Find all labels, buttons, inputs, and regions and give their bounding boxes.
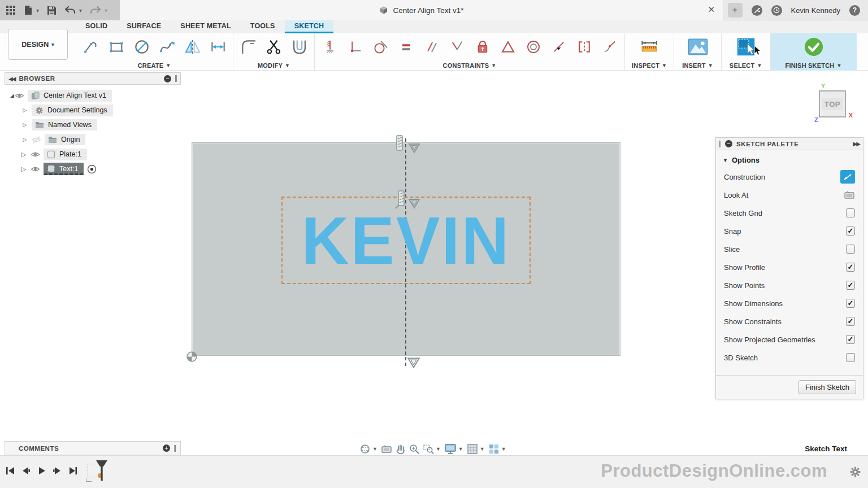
tab-surface[interactable]: SURFACE — [117, 20, 171, 33]
tab-sketch[interactable]: SKETCH — [285, 20, 334, 33]
look-at-button[interactable] — [844, 190, 855, 199]
redo-caret-icon[interactable]: ▾ — [105, 7, 107, 14]
comments-panel[interactable]: COMMENTS + — [5, 441, 181, 455]
tab-tools[interactable]: TOOLS — [241, 20, 285, 33]
insert-image-icon[interactable] — [685, 34, 710, 60]
show-profile-checkbox[interactable] — [846, 263, 855, 272]
measure-tool-icon[interactable] — [637, 34, 662, 60]
midpoint-constraint-icon[interactable] — [495, 34, 520, 60]
user-name[interactable]: Kevin Kennedy — [791, 6, 840, 15]
viewports-icon[interactable] — [488, 443, 500, 455]
activate-component-radio[interactable] — [87, 164, 97, 174]
3d-sketch-checkbox[interactable] — [846, 353, 855, 362]
finish-sketch-dropdown[interactable]: FINISH SKETCH▼ — [785, 60, 842, 71]
new-tab-button[interactable]: + — [728, 3, 743, 18]
construction-toggle-button[interactable] — [840, 170, 855, 184]
panel-minimize-icon[interactable]: − — [164, 75, 171, 82]
timeline-playhead[interactable] — [95, 459, 108, 482]
trim-tool-icon[interactable] — [261, 34, 287, 60]
mirror-tool-icon[interactable] — [180, 34, 205, 60]
parallel-constraint-icon[interactable] — [419, 34, 444, 60]
origin-point-marker[interactable] — [186, 351, 198, 363]
undo-caret-icon[interactable]: ▾ — [79, 7, 82, 14]
slice-checkbox[interactable] — [846, 245, 855, 254]
orbit-icon[interactable] — [359, 443, 371, 455]
modify-dropdown[interactable]: MODIFY▼ — [258, 60, 290, 71]
timeline-go-to-start-icon[interactable] — [5, 465, 15, 476]
expand-arrow-icon[interactable]: ▷ — [21, 107, 28, 113]
tab-solid[interactable]: SOLID — [76, 20, 117, 33]
pan-icon[interactable] — [395, 443, 406, 455]
sketch-grid-checkbox[interactable] — [846, 208, 855, 217]
horizontal-vertical-constraint-icon[interactable] — [317, 34, 342, 60]
coincident-constraint-icon[interactable] — [342, 34, 368, 60]
look-at-icon[interactable] — [381, 445, 392, 454]
viewcube-top-face[interactable]: TOP — [822, 98, 843, 110]
show-dimensions-checkbox[interactable] — [846, 299, 855, 308]
constraints-dropdown[interactable]: CONSTRAINTS▼ — [443, 60, 497, 71]
midpoint-constraint-glyph[interactable] — [394, 190, 407, 210]
tree-row-origin[interactable]: ▷ Origin — [5, 132, 181, 147]
tree-row-named-views[interactable]: ▷ Named Views — [5, 117, 181, 132]
fix-unfix-constraint-icon[interactable] — [470, 34, 495, 60]
display-settings-caret-icon[interactable]: ▼ — [458, 446, 463, 452]
zoom-window-icon[interactable] — [423, 443, 434, 455]
dock-panel-icon[interactable]: ▶▶ — [853, 141, 860, 147]
help-icon[interactable]: ? — [849, 5, 860, 16]
offset-tool-icon[interactable] — [287, 34, 312, 60]
expand-arrow-icon[interactable]: ◢ — [5, 93, 11, 98]
show-points-checkbox[interactable] — [846, 281, 855, 290]
close-tab-icon[interactable]: ✕ — [708, 5, 715, 15]
file-menu-icon[interactable] — [24, 5, 33, 15]
viewcube[interactable]: TOP Y X Z — [819, 90, 846, 117]
orbit-caret-icon[interactable]: ▼ — [372, 446, 377, 452]
zoom-icon[interactable] — [409, 443, 420, 455]
tree-row-root[interactable]: ◢ Center Align Text v1 — [5, 88, 181, 103]
select-dropdown[interactable]: SELECT▼ — [730, 60, 762, 71]
finish-sketch-check-icon[interactable] — [801, 34, 826, 60]
dimension-tool-icon[interactable] — [205, 34, 231, 60]
panel-grip[interactable] — [175, 75, 177, 82]
undo-icon[interactable] — [64, 6, 76, 15]
expand-arrow-icon[interactable]: ▷ — [21, 137, 28, 142]
expand-arrow-icon[interactable]: ▷ — [20, 151, 27, 158]
tree-row-document-settings[interactable]: ▷ Document Settings — [5, 103, 181, 117]
sketch-text[interactable]: KEVIN — [302, 207, 511, 273]
symmetry-constraint-marker[interactable] — [407, 143, 421, 154]
visibility-eye-icon[interactable] — [31, 151, 40, 158]
app-launcher-icon[interactable] — [6, 5, 16, 15]
fillet-tool-icon[interactable] — [236, 34, 261, 60]
concentric-constraint-icon[interactable] — [520, 34, 546, 60]
tab-sheet-metal[interactable]: SHEET METAL — [171, 20, 240, 33]
viewports-caret-icon[interactable]: ▼ — [501, 446, 506, 452]
display-settings-icon[interactable] — [444, 443, 457, 455]
panel-grip[interactable] — [719, 141, 721, 147]
save-icon[interactable] — [47, 6, 57, 15]
extensions-icon[interactable] — [752, 5, 762, 16]
line-tool-icon[interactable] — [78, 34, 103, 60]
redo-icon[interactable] — [90, 6, 101, 15]
curvature-constraint-icon[interactable] — [597, 34, 622, 60]
browser-header[interactable]: ◀◀ BROWSER − — [5, 72, 181, 85]
circle-tool-icon[interactable] — [129, 34, 154, 60]
expand-arrow-icon[interactable]: ▷ — [21, 122, 28, 128]
tree-row-text-selected[interactable]: ▷ Text:1 — [5, 162, 181, 176]
symmetry-constraint-icon[interactable] — [571, 34, 597, 60]
inspect-dropdown[interactable]: INSPECT▼ — [632, 60, 667, 71]
options-section-header[interactable]: ▼ Options — [716, 150, 863, 167]
document-tab[interactable]: Center Align Text v1* ✕ — [120, 0, 723, 20]
visibility-eye-off-icon[interactable] — [32, 136, 41, 143]
tree-row-plate[interactable]: ▷ Plate:1 — [5, 147, 181, 162]
tangent-constraint-icon[interactable] — [368, 34, 393, 60]
timeline-go-to-end-icon[interactable] — [68, 465, 79, 476]
panel-minimize-icon[interactable]: − — [725, 140, 732, 147]
grid-settings-icon[interactable] — [467, 443, 478, 455]
grid-settings-caret-icon[interactable]: ▼ — [480, 446, 485, 452]
collapse-panel-icon[interactable]: ◀◀ — [8, 76, 15, 82]
vertical-constraint-glyph[interactable] — [396, 135, 404, 152]
sketch-text-bounding-box[interactable]: KEVIN — [281, 197, 531, 284]
show-projected-geometries-checkbox[interactable] — [846, 335, 855, 344]
snap-checkbox[interactable] — [846, 226, 855, 236]
timeline-step-forward-icon[interactable] — [52, 465, 63, 476]
job-status-icon[interactable] — [771, 5, 782, 16]
